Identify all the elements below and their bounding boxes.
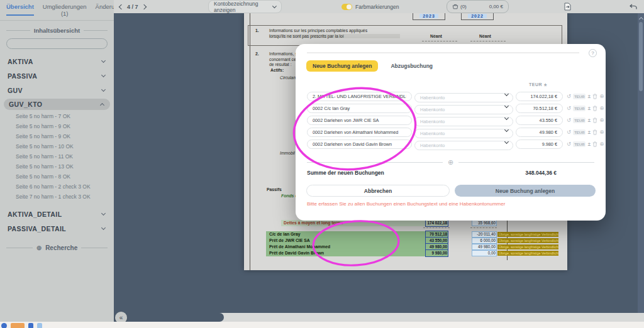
amount-input[interactable] [516, 139, 563, 149]
booking-text-input[interactable] [307, 104, 412, 113]
sidebar-item[interactable]: Seite 5 no harm - 9 OK [0, 121, 114, 131]
prev-page-icon[interactable] [119, 4, 124, 9]
farbmarkierungen-toggle[interactable] [341, 4, 352, 10]
tab-neue-buchung[interactable]: Neue Buchung anlegen [306, 60, 378, 72]
habenkonto-input[interactable] [414, 93, 513, 102]
vertical-scroll-thumb[interactable] [639, 22, 643, 91]
booking-row: ↺ TEUR ± ⊕ [296, 90, 606, 102]
plus-minus-icon[interactable]: ± [587, 106, 591, 111]
teur-toggle[interactable]: TEUR [573, 118, 586, 123]
reset-row-icon[interactable]: ↺ [567, 94, 571, 99]
teur-toggle[interactable]: TEUR [573, 129, 586, 135]
delete-row-icon[interactable] [592, 106, 597, 111]
taskbar-app-icon[interactable] [1, 323, 7, 328]
dashed-line [470, 41, 506, 41]
teur-toggle[interactable]: TEUR [573, 94, 586, 99]
account-mapping-tag[interactable]: Übrige, sonstige langfristige Verbindlic… [497, 238, 558, 244]
delete-row-icon[interactable] [592, 141, 597, 147]
kontobezeichnung-dropdown[interactable]: Kontobezeichnung anzeigen [208, 0, 282, 13]
sidebar-item[interactable]: Seite 7 no harm - 1 check 3 OK [0, 192, 114, 202]
taskbar-folder-icon[interactable] [11, 323, 25, 328]
row-value-2022[interactable]: 0,00 [472, 250, 497, 256]
taskbar-app-icon[interactable] [28, 323, 33, 328]
horizontal-scroll-thumb[interactable] [114, 313, 224, 322]
tab-abzugsbuchung[interactable]: Abzugsbuchung [391, 63, 433, 69]
scroll-up-button[interactable] [638, 14, 643, 21]
row-actions: ↺ TEUR ± ⊕ [567, 129, 604, 135]
sidebar-group-guv-kto[interactable]: GUV_KTO [4, 99, 110, 110]
booking-text-input[interactable] [307, 116, 412, 125]
plus-minus-icon[interactable]: ± [587, 118, 591, 123]
chevron-down-icon [272, 4, 277, 8]
taskbar-app-icon[interactable] [37, 323, 42, 328]
add-row-icon[interactable]: ⊕ [599, 141, 604, 147]
add-booking-row-button[interactable]: ⊕ [448, 158, 453, 167]
delete-row-icon[interactable] [592, 129, 597, 135]
plus-minus-icon[interactable]: ± [587, 141, 591, 147]
habenkonto-input[interactable] [414, 105, 513, 114]
sidebar-group-passiva[interactable]: PASSIVA [0, 68, 114, 83]
sidebar-item[interactable]: Seite 5 no harm - 8 OK [0, 172, 114, 182]
add-row-icon[interactable]: ⊕ [599, 129, 604, 135]
sidebar-tabs: Übersicht Umgliederungen (1) Änderungen [0, 0, 114, 21]
reset-row-icon[interactable]: ↺ [567, 129, 571, 135]
booking-cart-button[interactable]: (0) 0,00 € [447, 0, 509, 13]
row-value-2023[interactable]: 9 980,00 [425, 249, 448, 257]
row-value-2022[interactable]: 6 000,00 [472, 238, 497, 244]
next-page-icon[interactable] [141, 4, 146, 9]
plus-minus-icon[interactable]: ± [587, 94, 591, 99]
delete-row-icon[interactable] [592, 118, 597, 123]
header-value-2022[interactable]: 35 968,60 [472, 220, 497, 226]
help-button[interactable]: ? [589, 49, 597, 57]
submit-booking-button[interactable]: Neue Buchung anlegen [455, 185, 596, 197]
booking-text-input[interactable] [307, 128, 412, 137]
reset-row-icon[interactable]: ↺ [567, 141, 571, 147]
habenkonto-input[interactable] [414, 141, 513, 150]
table-header-row: Dettes à moyen et long terme 174 022,18 … [244, 220, 567, 226]
row-value-2022[interactable]: 49 980,00 [472, 244, 497, 250]
tab-umgliederungen[interactable]: Umgliederungen (1) [43, 4, 87, 18]
sidebar-search-input[interactable] [6, 38, 108, 49]
sidebar-item[interactable]: Seite 5 no harm - 9 OK [0, 131, 114, 141]
add-row-icon[interactable]: ⊕ [599, 94, 604, 99]
vertical-scrollbar[interactable] [638, 13, 644, 313]
recherche-button[interactable]: ⊕ Recherche [6, 244, 108, 251]
tab-uebersicht[interactable]: Übersicht [6, 4, 34, 16]
booking-text-input[interactable] [307, 92, 412, 101]
habenkonto-input[interactable] [414, 117, 513, 126]
note1-line1: Informations sur les principes comptable… [269, 28, 367, 33]
amount-input[interactable] [516, 128, 563, 137]
teur-toggle[interactable]: TEUR [573, 141, 586, 147]
sidebar-group-aktiva[interactable]: AKTIVA [0, 54, 114, 68]
sidebar-item[interactable]: Seite 5 no harm - 10 OK [0, 141, 114, 151]
booking-text-input[interactable] [307, 139, 412, 149]
sidebar-item[interactable]: Seite 5 no harm - 13 OK [0, 161, 114, 172]
account-mapping-tag[interactable]: Übrige, sonstige langfristige Verbindlic… [497, 251, 558, 256]
plus-minus-icon[interactable]: ± [544, 82, 547, 87]
sidebar-group-passiva-detail[interactable]: PASSIVA_DETAIL [0, 221, 114, 236]
sidebar-item[interactable]: Seite 6 no harm - 2 check 3 OK [0, 182, 114, 192]
amount-input[interactable] [516, 92, 563, 101]
reset-row-icon[interactable]: ↺ [567, 106, 571, 111]
account-mapping-tag[interactable]: Übrige, sonstige langfristige Verbindlic… [497, 244, 558, 250]
sidebar-group-guv[interactable]: GUV [0, 83, 114, 97]
sidebar-group-aktiva-detail[interactable]: AKTIVA_DETAIL [0, 207, 114, 221]
sidebar-item[interactable]: Seite 5 no harm - 7 OK [0, 111, 114, 121]
undo-button[interactable] [630, 0, 637, 13]
cancel-button[interactable]: Abbrechen [306, 185, 450, 197]
add-row-icon[interactable]: ⊕ [599, 118, 604, 123]
amount-input[interactable] [516, 104, 563, 113]
amount-input[interactable] [516, 116, 563, 125]
table-row: Prêt de JWR CIE SA 43 550,00 6 000,00 Üb… [244, 238, 567, 244]
sidebar-item[interactable]: Seite 5 no harm - 11 OK [0, 151, 114, 161]
reset-row-icon[interactable]: ↺ [567, 118, 571, 123]
horizontal-scrollbar[interactable]: « [114, 313, 644, 322]
rotate-page-button[interactable] [564, 0, 571, 13]
add-row-icon[interactable]: ⊕ [599, 106, 604, 111]
habenkonto-input[interactable] [414, 129, 513, 138]
row-value-2022[interactable]: -20 011,40 [472, 231, 497, 238]
account-mapping-tag[interactable]: Übrige, sonstige langfristige Verbindlic… [497, 232, 558, 238]
delete-row-icon[interactable] [592, 94, 597, 99]
teur-toggle[interactable]: TEUR [573, 106, 586, 111]
plus-minus-icon[interactable]: ± [587, 129, 591, 135]
